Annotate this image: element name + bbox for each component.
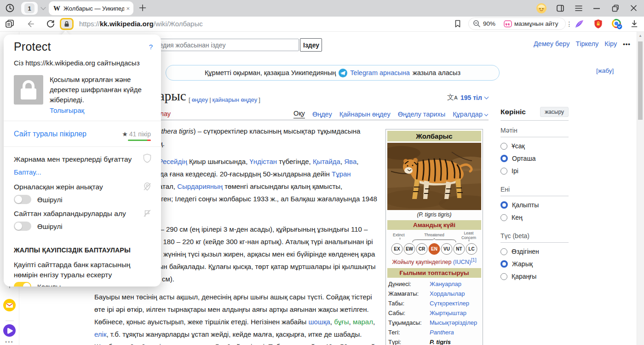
telegram-channel-link[interactable]: Telegram арнасына bbox=[350, 69, 410, 76]
taxonomy-value[interactable]: Жыртқыштар bbox=[430, 310, 480, 316]
wiki-link[interactable]: Қытайда bbox=[313, 158, 340, 165]
infobox-title: Жолбарыс bbox=[387, 131, 481, 141]
radio-icon[interactable] bbox=[500, 143, 507, 150]
appearance-option-Ұсақ[interactable]: Ұсақ bbox=[500, 142, 569, 150]
side-panel-icon[interactable] bbox=[556, 4, 565, 13]
profile-avatar[interactable] bbox=[536, 3, 546, 13]
tab-counter-button[interactable]: 1 bbox=[21, 2, 38, 15]
taxonomy-value[interactable]: Panthera bbox=[430, 329, 480, 336]
window-minimize-icon[interactable] bbox=[593, 8, 600, 9]
scroll-up-arrow-icon[interactable]: ▲ bbox=[638, 34, 642, 38]
radio-icon[interactable] bbox=[500, 168, 507, 175]
location-toggle-row: Өшірулі bbox=[14, 195, 62, 204]
article-tab-Оқу[interactable]: Оқу bbox=[293, 110, 305, 118]
history-clock-icon[interactable] bbox=[5, 3, 15, 13]
appearance-option-Жарық[interactable]: Жарық bbox=[500, 260, 569, 268]
taxonomy-value[interactable]: Мысықтәрізділер bbox=[430, 319, 480, 326]
radio-icon[interactable] bbox=[500, 214, 507, 221]
status-line: Жойылу қаупіндегілер (IUCN)[1] bbox=[387, 259, 481, 265]
iucn-link[interactable]: (IUCN) bbox=[453, 259, 471, 265]
wiki-link[interactable]: Сырдарияның bbox=[177, 182, 223, 190]
article-tab-Құралдар[interactable]: Құралдар bbox=[453, 111, 488, 118]
protect-help-link[interactable]: ? bbox=[149, 43, 153, 51]
wiki-link[interactable]: Ява bbox=[344, 158, 356, 165]
sidebar-more-icon[interactable]: ••• bbox=[5, 339, 14, 345]
wiki-link[interactable]: елік bbox=[94, 330, 107, 338]
banner-close-link[interactable]: [жабу] bbox=[596, 67, 614, 74]
tab-list-chevron-icon[interactable] bbox=[40, 5, 46, 10]
edit-link[interactable]: өңдеу bbox=[192, 96, 208, 103]
language-selector[interactable]: 文A 195 тіл bbox=[447, 93, 488, 102]
edit-source-link[interactable]: қайнарын өңдеу bbox=[213, 96, 258, 103]
protect-shield-extension-icon[interactable] bbox=[593, 19, 603, 29]
new-tab-button[interactable] bbox=[138, 3, 147, 12]
back-button-icon[interactable] bbox=[26, 19, 35, 29]
wiki-more-options[interactable]: ••• bbox=[623, 41, 631, 47]
details-link[interactable]: Толығырақ bbox=[50, 106, 84, 114]
appearance-option-Кең[interactable]: Кең bbox=[500, 214, 569, 221]
appearance-option-Қалыпты[interactable]: Қалыпты bbox=[500, 201, 569, 209]
wiki-link[interactable]: Үндістан bbox=[250, 158, 277, 165]
highlighter-extension-icon[interactable] bbox=[574, 19, 584, 29]
location-title: Орналасқан жерін анықтау bbox=[14, 183, 103, 191]
taxonomy-value[interactable]: Сүтқоректілер bbox=[430, 300, 480, 307]
appearance-option-Орташа[interactable]: Орташа bbox=[500, 155, 569, 162]
account-link-демеу-беру[interactable]: Демеу беру bbox=[534, 40, 569, 47]
wiki-search-input[interactable] bbox=[138, 39, 299, 51]
article-tab-Өңдеу[interactable]: Өңдеу bbox=[312, 111, 332, 118]
text-segment: түбегінде, bbox=[277, 158, 313, 165]
reload-icon[interactable] bbox=[46, 19, 55, 29]
download-icon[interactable] bbox=[630, 19, 638, 28]
appearance-option-Қараңғы[interactable]: Қараңғы bbox=[500, 273, 569, 280]
omnibox-tools-capsule: 90% мазмұнын айту ⋮ bbox=[468, 18, 566, 30]
site-status-line: Сіз https://kk.wikipedia.org сайтындасыз bbox=[14, 59, 140, 67]
account-link-кіру[interactable]: Кіру bbox=[604, 40, 617, 47]
article-tab-Өңделу тарихы[interactable]: Өңделу тарихы bbox=[398, 111, 445, 118]
radio-icon[interactable] bbox=[500, 248, 507, 255]
tiger-photo[interactable] bbox=[387, 143, 481, 210]
iucn-codes-row: EXEWCRENVUNTLC bbox=[391, 243, 477, 255]
tab-close-icon[interactable]: × bbox=[126, 5, 130, 12]
wiki-link[interactable]: шошқа bbox=[309, 318, 330, 326]
taxonomy-label: Жамағаты: bbox=[388, 290, 430, 297]
tab-title: Жолбарыс — Уикипеди bbox=[63, 5, 124, 12]
taxonomy-value[interactable]: Хордалылар bbox=[430, 290, 480, 297]
sync-browser-extension-icon[interactable] bbox=[612, 19, 622, 29]
window-restore-icon[interactable] bbox=[612, 5, 619, 12]
zoom-control[interactable]: 90% bbox=[469, 18, 500, 29]
wiki-link[interactable]: Ресейдің bbox=[159, 158, 187, 165]
taxonomy-value: P. tigris bbox=[430, 339, 480, 345]
address-bar[interactable]: https://kk.wikipedia.org/wiki/Жолбарыс bbox=[79, 20, 203, 28]
tab-groups-icon[interactable] bbox=[5, 19, 15, 29]
browser-tab-active[interactable]: W Жолбарыс — Уикипеди × bbox=[49, 1, 133, 15]
bookmark-flag-icon[interactable] bbox=[454, 19, 462, 28]
site-reviews-link[interactable]: Сайт туралы пікірлер bbox=[14, 130, 86, 138]
article-tab-Қайнарын өңдеу[interactable]: Қайнарын өңдеу bbox=[339, 111, 391, 118]
site-lock-button[interactable] bbox=[60, 18, 74, 30]
wiki-link[interactable]: марал bbox=[353, 318, 373, 326]
radio-selected-icon[interactable] bbox=[500, 155, 508, 162]
yandex-mail-icon[interactable] bbox=[3, 299, 16, 311]
appearance-option-Ірі[interactable]: Ірі bbox=[500, 167, 569, 175]
scrollbar-thumb[interactable] bbox=[638, 41, 643, 120]
status-ref[interactable]: [1] bbox=[471, 257, 477, 263]
account-link-тіркелу[interactable]: Тіркелу bbox=[575, 40, 598, 47]
appearance-option-label: Ірі bbox=[512, 167, 518, 175]
ads-setup-link[interactable]: Баптау... bbox=[14, 168, 41, 176]
read-aloud-button[interactable]: мазмұнын айту bbox=[500, 18, 562, 29]
window-close-icon[interactable] bbox=[630, 5, 637, 12]
radio-selected-icon[interactable] bbox=[500, 201, 508, 209]
notifications-toggle-off[interactable] bbox=[14, 222, 31, 231]
browser-menu-icon[interactable] bbox=[575, 5, 583, 12]
alice-assistant-icon[interactable] bbox=[3, 324, 16, 337]
appearance-option-Өздігінен[interactable]: Өздігінен bbox=[500, 248, 569, 255]
card-warning-toggle-on[interactable] bbox=[14, 282, 31, 287]
wiki-link[interactable]: бұғы bbox=[334, 318, 349, 326]
appearance-hide-button[interactable]: жасыру bbox=[540, 107, 569, 117]
radio-selected-icon[interactable] bbox=[500, 260, 508, 268]
wiki-search-button[interactable]: Іздеу bbox=[300, 38, 322, 52]
taxonomy-value[interactable]: Жануарлар bbox=[430, 281, 480, 287]
radio-icon[interactable] bbox=[500, 273, 507, 280]
page-scrollbar[interactable]: ▲ bbox=[637, 31, 644, 345]
location-toggle-off[interactable] bbox=[14, 195, 31, 204]
